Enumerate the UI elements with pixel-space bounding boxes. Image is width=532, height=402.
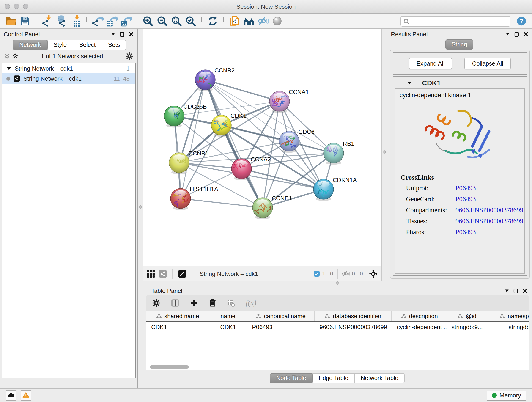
network-row[interactable]: String Network – cdk1 11 48: [2, 73, 135, 84]
panel-menu-icon[interactable]: [505, 32, 510, 36]
column-header-label: description: [409, 313, 438, 319]
panel-close-icon[interactable]: [522, 288, 527, 293]
hide-graphics-details-icon[interactable]: [257, 15, 269, 27]
table-panel-splitter[interactable]: [143, 281, 532, 285]
column-header-description[interactable]: description: [392, 311, 447, 321]
crosslink-link[interactable]: 9606.ENSP00000378699: [456, 206, 523, 214]
memory-button[interactable]: Memory: [487, 390, 526, 400]
titlebar: Session: New Session: [0, 0, 532, 14]
render-details-icon[interactable]: [271, 15, 283, 27]
crosslink-label: Pharos:: [406, 228, 456, 236]
warning-status-icon[interactable]: [21, 390, 31, 401]
share-document-icon[interactable]: [228, 15, 241, 27]
tab-node-table[interactable]: Node Table: [270, 373, 312, 383]
home-icon[interactable]: [242, 15, 255, 27]
crosslink-link[interactable]: 9606.ENSP00000378699: [456, 217, 523, 225]
cloud-status-icon[interactable]: [6, 390, 17, 401]
network-view: CCNB2CCNA1CDC25BCDK1CDC6RB1CCNB1CCNA2CDK…: [143, 29, 382, 281]
create-column-icon[interactable]: [190, 299, 198, 307]
network-options-gear-icon[interactable]: [126, 52, 133, 60]
zoom-fit-icon[interactable]: [170, 15, 182, 27]
expand-all-button[interactable]: Expand All: [409, 58, 452, 69]
horizontal-scrollbar[interactable]: [150, 365, 189, 369]
show-columns-icon[interactable]: [171, 299, 179, 307]
help-icon[interactable]: ?: [515, 15, 527, 27]
panel-float-icon[interactable]: [514, 32, 519, 36]
import-table-icon[interactable]: [69, 15, 82, 27]
window-controls: [5, 4, 28, 9]
collapse-all-button[interactable]: Collapse All: [464, 58, 511, 69]
export-image-icon[interactable]: [120, 15, 132, 27]
collapse-all-networks-icon[interactable]: [4, 53, 10, 59]
expand-all-networks-icon[interactable]: [12, 53, 18, 59]
panel-float-icon[interactable]: [120, 32, 125, 36]
tab-sets[interactable]: Sets: [101, 40, 126, 50]
gene-section-header[interactable]: CDK1: [393, 77, 526, 89]
column-header-shared-name[interactable]: shared name: [146, 311, 209, 321]
crosslink-link[interactable]: P06493: [456, 228, 476, 236]
network-node-CCNE1[interactable]: [253, 198, 273, 219]
export-table-icon[interactable]: [105, 15, 118, 27]
network-node-CCNA1[interactable]: [269, 91, 290, 113]
hidden-elements-eye-icon[interactable]: [342, 270, 350, 278]
grid-view-icon[interactable]: [147, 269, 155, 278]
close-window-button[interactable]: [5, 4, 10, 9]
column-header-label: database identifier: [333, 313, 382, 319]
zoom-window-button[interactable]: [23, 4, 28, 9]
network-overview-icon[interactable]: [158, 269, 167, 278]
network-node-CDK1[interactable]: [211, 115, 231, 137]
toolbar-divider: [223, 15, 224, 27]
network-node-RB1[interactable]: [323, 143, 344, 165]
node-label-CCNB2: CCNB2: [215, 67, 234, 74]
tab-edge-table[interactable]: Edge Table: [312, 373, 355, 383]
network-edge-HIST1H1A-CCNE1[interactable]: [181, 198, 263, 208]
network-edge-CCNB2-HIST1H1A[interactable]: [181, 80, 205, 198]
column-header-canonical-name[interactable]: canonical name: [247, 311, 315, 321]
table-cell: cyclin-dependent ...: [392, 323, 447, 330]
collapse-triangle-icon[interactable]: [6, 66, 12, 71]
column-header--id[interactable]: @id: [447, 311, 487, 321]
crosslink-link[interactable]: P06493: [456, 184, 476, 192]
tab-select[interactable]: Select: [73, 40, 102, 50]
network-canvas[interactable]: CCNB2CCNA1CDC25BCDK1CDC6RB1CCNB1CCNA2CDK…: [143, 29, 381, 266]
panel-close-icon[interactable]: [129, 32, 134, 36]
tab-string[interactable]: String: [445, 39, 474, 50]
export-network-icon[interactable]: [91, 15, 104, 27]
results-panel-splitter[interactable]: [382, 29, 387, 281]
network-node-CDC25B[interactable]: [164, 106, 184, 128]
delete-column-icon[interactable]: [209, 299, 217, 307]
control-panel-splitter[interactable]: [138, 29, 143, 388]
network-collection-count: 1: [127, 65, 130, 72]
import-network-database-icon[interactable]: [55, 15, 67, 27]
table-row[interactable]: CDK1CDK1P064939606.ENSP00000378699cyclin…: [146, 322, 529, 332]
zoom-selected-icon[interactable]: [184, 15, 196, 27]
minimize-window-button[interactable]: [14, 4, 19, 9]
network-collection-row[interactable]: String Network – cdk1 1: [2, 63, 135, 73]
refresh-view-icon[interactable]: [206, 15, 219, 27]
crosshair-icon[interactable]: [369, 269, 378, 278]
tab-network[interactable]: Network: [13, 40, 47, 50]
network-node-HIST1H1A[interactable]: [171, 188, 191, 210]
search-input[interactable]: [411, 17, 508, 25]
column-header-namespace[interactable]: namespace: [487, 311, 529, 321]
panel-close-icon[interactable]: [523, 32, 528, 36]
panel-menu-icon[interactable]: [111, 32, 115, 36]
crosslink-link[interactable]: P06493: [456, 195, 476, 203]
zoom-out-icon[interactable]: [156, 15, 168, 27]
panel-menu-icon[interactable]: [505, 288, 509, 293]
node-label-CCNA2: CCNA2: [251, 156, 271, 163]
table-options-gear-icon[interactable]: [152, 299, 160, 307]
delete-table-icon: [227, 299, 235, 307]
tab-style[interactable]: Style: [47, 40, 73, 50]
selected-nodes-checkbox-icon[interactable]: [313, 270, 320, 277]
save-session-icon[interactable]: [19, 15, 31, 27]
tab-network-table[interactable]: Network Table: [354, 373, 405, 383]
column-header-name[interactable]: name: [209, 311, 247, 321]
panel-float-icon[interactable]: [513, 288, 518, 293]
import-network-icon[interactable]: [41, 15, 53, 27]
zoom-in-icon[interactable]: [142, 15, 154, 27]
column-header-database-identifier[interactable]: database identifier: [315, 311, 392, 321]
collapse-triangle-icon[interactable]: [407, 80, 412, 85]
birds-eye-view-icon[interactable]: [178, 269, 186, 278]
open-session-icon[interactable]: [5, 15, 17, 27]
